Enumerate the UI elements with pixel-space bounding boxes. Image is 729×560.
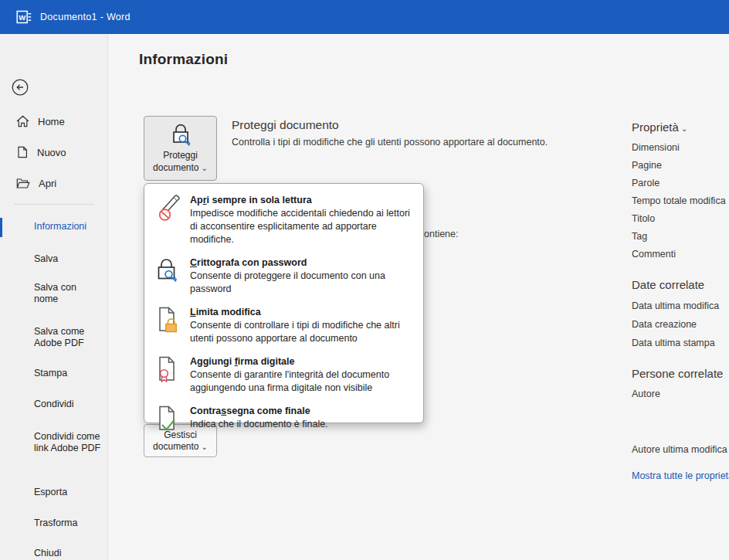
property-label-dimensioni: Dimensioni <box>632 142 680 153</box>
chevron-down-icon: ⌄ <box>201 164 207 172</box>
protect-section-description: Controlla i tipi di modifiche che gli ut… <box>232 137 595 148</box>
dropdown-item-title: Limita modifica <box>190 307 261 317</box>
chevron-down-icon: ⌄ <box>681 124 687 133</box>
dropdown-item-crittografa-con-password[interactable]: Crittografa con password Consente di pro… <box>144 252 423 301</box>
date-label-ultima-modifica: Data ultima modifica <box>632 300 719 311</box>
document-ribbon-icon <box>154 354 181 395</box>
sidebar-item-salva-con-nome[interactable]: Salva con nome <box>34 282 102 305</box>
sidebar-item-esporta[interactable]: Esporta <box>34 487 102 498</box>
window-title: Documento1 - Word <box>40 12 131 22</box>
property-label-parole: Parole <box>632 178 659 188</box>
protect-document-button[interactable]: Proteggi documento⌄ <box>144 116 217 181</box>
sidebar-item-home[interactable]: Home <box>0 113 108 130</box>
dropdown-item-description: Indica che il documento è finale. <box>190 418 414 431</box>
sidebar-item-label: Apri <box>39 178 56 189</box>
protect-document-dropdown-menu: Apri sempre in sola lettura Impedisce mo… <box>144 183 424 423</box>
read-only-pencil-icon <box>154 192 181 246</box>
lock-key-icon <box>170 123 192 148</box>
protect-section-heading: Proteggi documento <box>232 118 339 132</box>
date-label-creazione: Data creazione <box>632 319 697 330</box>
protect-button-label-line2: documento⌄ <box>153 162 208 174</box>
sidebar-item-chiudi[interactable]: Chiudi <box>34 548 102 559</box>
dropdown-item-description: Consente di proteggere il documento con … <box>190 270 414 296</box>
home-icon <box>16 115 29 127</box>
page-title: Informazioni <box>139 51 228 68</box>
dropdown-item-contrassegna-come-finale[interactable]: Contrassegna come finale Indica che il d… <box>144 400 423 439</box>
dropdown-item-aggiungi-firma-digitale[interactable]: Aggiungi firma digitale Consente di gara… <box>144 351 423 400</box>
sidebar-item-stampa[interactable]: Stampa <box>34 368 102 379</box>
manage-button-label-line2: documento⌄ <box>153 441 208 453</box>
selected-indicator <box>0 218 2 237</box>
property-label-commenti: Commenti <box>632 249 676 260</box>
document-lock-icon <box>154 304 181 345</box>
related-dates-header: Date correlate <box>632 278 704 291</box>
backstage-sidebar: Home Nuovo Apri Informazioni Salva Salva… <box>0 34 108 560</box>
dropdown-item-apri-sempre-in-sola-lettura[interactable]: Apri sempre in sola lettura Impedisce mo… <box>144 189 423 252</box>
sidebar-item-label: Home <box>38 116 65 127</box>
property-label-titolo: Titolo <box>632 213 655 224</box>
related-people-header: Persone correlate <box>632 367 723 380</box>
date-label-ultima-stampa: Data ultima stampa <box>632 338 715 348</box>
sidebar-item-salva-come-adobe-pdf[interactable]: Salva come Adobe PDF <box>34 326 102 349</box>
people-label-autore-ultima-modifica: Autore ultima modifica <box>632 444 727 455</box>
people-label-autore: Autore <box>632 389 660 399</box>
sidebar-item-label: Nuovo <box>37 147 66 158</box>
word-logo-icon: W <box>16 9 32 25</box>
sidebar-item-condividi[interactable]: Condividi <box>34 399 102 410</box>
inspect-section-partial-text: ontiene: <box>424 229 458 239</box>
sidebar-item-informazioni[interactable]: Informazioni <box>34 221 102 232</box>
lock-key-icon <box>154 255 181 296</box>
back-button[interactable] <box>12 79 29 96</box>
dropdown-item-description: Consente di garantire l'integrità del do… <box>190 368 414 395</box>
dropdown-item-description: Consente di controllare i tipi di modifi… <box>190 319 414 345</box>
properties-panel: Proprietà⌄ Dimensioni Pagine Parole Temp… <box>632 34 729 560</box>
chevron-down-icon: ⌄ <box>201 443 207 451</box>
new-document-icon <box>16 146 29 158</box>
sidebar-item-condividi-come-link-adobe-pdf[interactable]: Condividi come link Adobe PDF <box>34 431 102 454</box>
property-label-pagine: Pagine <box>632 160 662 171</box>
dropdown-item-title: Aggiungi firma digitale <box>190 356 294 367</box>
sidebar-divider <box>14 204 94 205</box>
back-arrow-icon <box>12 79 29 96</box>
property-label-tag: Tag <box>632 231 647 242</box>
dropdown-item-title: Apri sempre in sola lettura <box>190 195 312 205</box>
sidebar-item-nuovo[interactable]: Nuovo <box>0 144 108 161</box>
dropdown-item-title: Crittografa con password <box>190 257 307 268</box>
property-label-tempo-totale-modifica: Tempo totale modifica <box>632 195 726 206</box>
document-check-icon <box>154 403 181 433</box>
sidebar-item-trasforma[interactable]: Trasforma <box>34 518 102 529</box>
protect-button-label-line1: Proteggi <box>163 150 198 161</box>
svg-text:W: W <box>19 13 25 22</box>
open-folder-icon <box>16 178 30 189</box>
properties-header[interactable]: Proprietà⌄ <box>632 120 687 134</box>
sidebar-item-salva[interactable]: Salva <box>34 253 102 265</box>
titlebar: W Documento1 - Word <box>0 0 729 34</box>
show-all-properties-link[interactable]: Mostra tutte le proprietà <box>632 470 729 481</box>
dropdown-item-limita-modifica[interactable]: Limita modifica Consente di controllare … <box>144 301 423 351</box>
dropdown-item-description: Impedisce modifiche accidentali chiedend… <box>190 207 414 246</box>
sidebar-item-apri[interactable]: Apri <box>0 175 108 192</box>
dropdown-item-title: Contrassegna come finale <box>190 406 310 416</box>
